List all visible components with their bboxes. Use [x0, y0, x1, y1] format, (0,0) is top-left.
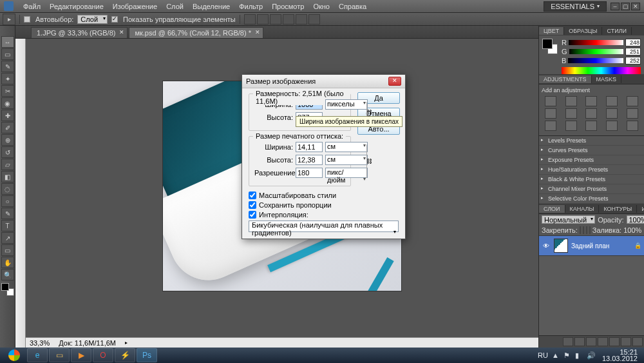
adj-posterize-icon[interactable] — [565, 121, 577, 131]
adj-curves-icon[interactable] — [585, 96, 597, 106]
task-explorer[interactable]: ▭ — [49, 348, 70, 362]
language-indicator[interactable]: RU — [538, 351, 548, 359]
close-icon[interactable]: ✕ — [119, 29, 124, 35]
autoselect-target[interactable]: Слой — [77, 15, 108, 24]
align-icon[interactable] — [296, 14, 307, 25]
menu-filter[interactable]: Фильтр — [234, 3, 267, 10]
adj-gradient-map-icon[interactable] — [606, 121, 618, 131]
value-r[interactable] — [625, 39, 641, 46]
slider-r[interactable] — [569, 40, 623, 45]
task-opera[interactable]: O — [93, 348, 113, 362]
adj-hue-icon[interactable] — [545, 108, 556, 119]
tab-history[interactable]: ИСТОРИЯ — [637, 205, 644, 213]
clock[interactable]: 15:21 13.03.2012 — [598, 349, 641, 362]
start-button[interactable] — [3, 348, 26, 362]
resolution-input[interactable] — [296, 168, 323, 178]
adj-photo-filter-icon[interactable] — [606, 108, 618, 119]
layer-group-icon[interactable] — [609, 337, 620, 346]
autoselect-checkbox[interactable] — [24, 16, 30, 23]
adj-exposure-icon[interactable] — [606, 96, 618, 106]
pen-tool[interactable]: ✎ — [1, 208, 14, 219]
blur-tool[interactable]: ◌ — [1, 183, 14, 195]
path-tool[interactable]: ↗ — [1, 232, 14, 244]
window-minimize[interactable]: – — [611, 3, 620, 10]
adj-channel-mixer-icon[interactable] — [627, 108, 638, 119]
document-tab[interactable]: мк.psd @ 66,7% (Слой 12, RGB/8) *✕ — [129, 27, 263, 38]
hand-tool[interactable]: ✋ — [1, 257, 14, 268]
adj-threshold-icon[interactable] — [585, 121, 597, 131]
opacity-input[interactable]: 100% — [627, 215, 645, 224]
shape-tool[interactable]: ▭ — [1, 244, 14, 256]
color-swatches[interactable] — [1, 283, 14, 296]
print-height-unit[interactable]: см — [325, 155, 368, 165]
tab-channels[interactable]: КАНАЛЫ — [565, 205, 600, 213]
lock-transparent-icon[interactable] — [580, 226, 581, 234]
visibility-icon[interactable]: 👁 — [542, 241, 551, 250]
menu-select[interactable]: Выделение — [188, 3, 234, 10]
dialog-close-button[interactable]: ✕ — [388, 77, 401, 86]
flag-icon[interactable]: ⚑ — [564, 351, 571, 359]
print-height-input[interactable] — [296, 155, 323, 165]
align-icon[interactable] — [244, 14, 256, 25]
task-photoshop[interactable]: Ps — [137, 348, 157, 362]
scale-styles-checkbox[interactable] — [249, 191, 256, 199]
lock-position-icon[interactable] — [586, 226, 587, 234]
tab-adjustments[interactable]: ADJUSTMENTS — [539, 75, 592, 83]
task-ie[interactable]: e — [27, 348, 48, 362]
delete-layer-icon[interactable] — [632, 337, 643, 346]
close-icon[interactable]: ✕ — [255, 29, 260, 35]
link-layers-icon[interactable] — [563, 337, 573, 346]
workspace-switcher[interactable]: ESSENTIALS▾ — [544, 1, 607, 12]
menu-help[interactable]: Справка — [334, 3, 371, 10]
preset-item[interactable]: Channel Mixer Presets — [539, 184, 644, 194]
tab-color[interactable]: ЦВЕТ — [539, 27, 564, 35]
layer-fx-icon[interactable] — [574, 337, 585, 346]
menu-edit[interactable]: Редактирование — [45, 3, 108, 10]
menu-file[interactable]: Файл — [19, 3, 45, 10]
tab-paths[interactable]: КОНТУРЫ — [599, 205, 637, 213]
new-layer-icon[interactable] — [621, 337, 631, 346]
lock-pixels-icon[interactable] — [583, 226, 584, 234]
align-icon[interactable] — [283, 14, 294, 25]
window-close[interactable]: ✕ — [631, 3, 640, 10]
eraser-tool[interactable]: ▱ — [1, 159, 14, 170]
print-width-unit[interactable]: см — [325, 142, 368, 152]
tray-icon[interactable]: ▲ — [552, 351, 560, 359]
adj-levels-icon[interactable] — [565, 96, 577, 106]
crop-tool[interactable]: ✂ — [1, 85, 14, 97]
layer-row[interactable]: 👁 Задний план 🔒 — [539, 236, 644, 256]
fill-input[interactable]: 100% — [623, 226, 641, 234]
preset-item[interactable]: Exposure Presets — [539, 155, 644, 165]
menu-window[interactable]: Окно — [308, 3, 334, 10]
move-tool[interactable]: ↔ — [1, 36, 14, 48]
type-tool[interactable]: T — [1, 220, 14, 231]
slider-g[interactable] — [569, 49, 623, 54]
adj-brightness-icon[interactable] — [545, 96, 556, 106]
window-restore[interactable]: ▢ — [621, 3, 630, 10]
wand-tool[interactable]: ✦ — [1, 73, 14, 84]
ruler-vertical[interactable] — [15, 35, 26, 348]
tab-masks[interactable]: MASKS — [592, 75, 622, 83]
task-wmp[interactable]: ▶ — [71, 348, 91, 362]
document-tab[interactable]: 1.JPG @ 33,3% (RGB/8)✕ — [31, 27, 128, 38]
color-picker-swatches[interactable] — [542, 39, 558, 54]
resample-checkbox[interactable] — [249, 211, 256, 219]
dodge-tool[interactable]: ○ — [1, 195, 14, 207]
value-g[interactable] — [625, 48, 641, 55]
align-icon[interactable] — [270, 14, 281, 25]
lasso-tool[interactable]: ✎ — [1, 61, 14, 72]
adj-invert-icon[interactable] — [545, 121, 556, 131]
tab-styles[interactable]: СТИЛИ — [602, 27, 632, 35]
tab-swatches[interactable]: ОБРАЗЦЫ — [564, 27, 602, 35]
tab-layers[interactable]: СЛОИ — [539, 205, 565, 213]
blend-mode-select[interactable]: Нормальный — [542, 215, 595, 224]
heal-tool[interactable]: ✚ — [1, 110, 14, 121]
resolution-unit[interactable]: пикс/дюйм — [325, 168, 368, 178]
adjustment-layer-icon[interactable] — [598, 337, 608, 346]
slider-b[interactable] — [568, 58, 623, 63]
align-icon[interactable] — [257, 14, 269, 25]
menu-view[interactable]: Просмотр — [267, 3, 308, 10]
lock-all-icon[interactable] — [589, 226, 591, 234]
preset-item[interactable]: Black & White Presets — [539, 175, 644, 184]
constrain-proportions-checkbox[interactable] — [249, 201, 256, 209]
